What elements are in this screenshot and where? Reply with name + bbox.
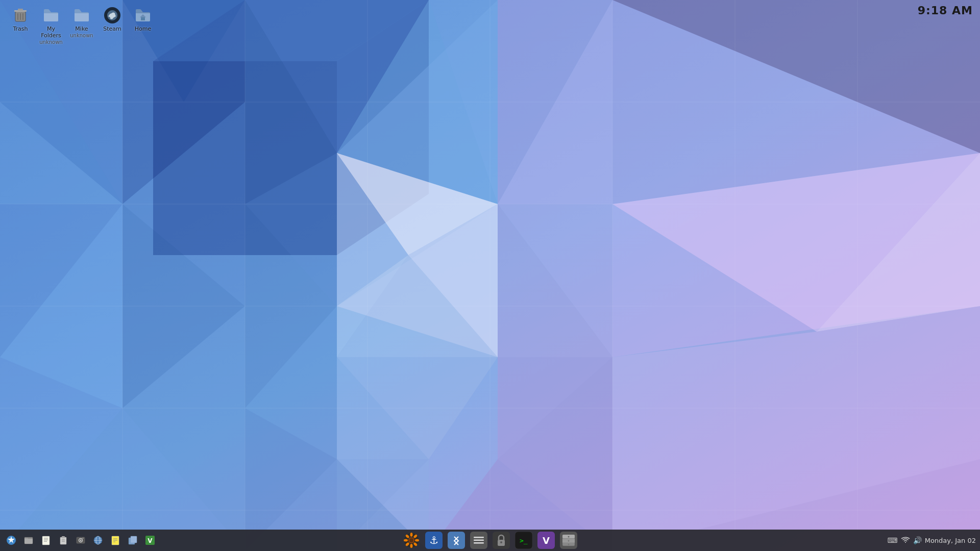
desktop-icon-home[interactable]: Home: [128, 4, 158, 48]
svg-point-125: [568, 536, 570, 538]
trash-icon: [11, 6, 30, 24]
svg-text:⚓: ⚓: [429, 534, 438, 546]
applications-menu-icon: [6, 535, 16, 545]
vim-button[interactable]: V: [142, 532, 158, 548]
home-label: Home: [135, 26, 151, 32]
files3-dock-icon[interactable]: [558, 530, 579, 550]
screenshot-icon: [76, 535, 86, 545]
svg-rect-82: [82, 538, 84, 539]
svg-point-116: [500, 541, 502, 543]
svg-rect-76: [62, 536, 65, 538]
svg-point-127: [568, 544, 570, 545]
taskbar-right: ⌨ 🔊 Monday, Jan 02: [887, 536, 976, 545]
bluetooth-icon: [448, 532, 465, 549]
network-button[interactable]: [90, 532, 106, 548]
vala-icon: V: [537, 532, 555, 549]
myfolders-label: My Foldersunknown: [39, 26, 63, 46]
desktop-icon-mike[interactable]: Mikeunknown: [66, 4, 97, 48]
steam-app-icon: [103, 6, 121, 24]
clipboard-icon: [58, 535, 68, 545]
files2-icon: [128, 535, 138, 545]
myfolders-icon: [42, 6, 60, 24]
sunflower-icon: [403, 532, 420, 549]
clipboard-button[interactable]: [55, 532, 71, 548]
svg-rect-111: [474, 537, 484, 538]
files2-button[interactable]: [125, 532, 141, 548]
text-editor-button[interactable]: [38, 532, 54, 548]
list-dock-icon[interactable]: [469, 530, 489, 550]
svg-rect-62: [18, 9, 23, 11]
files3-icon: [560, 532, 577, 549]
svg-rect-113: [474, 542, 484, 544]
vim-icon: V: [145, 535, 155, 545]
svg-point-101: [410, 544, 413, 548]
vala-dock-icon[interactable]: V: [536, 530, 556, 550]
desktop-icon-steam[interactable]: Steam: [97, 4, 128, 48]
applications-menu-button[interactable]: [3, 532, 19, 548]
file-manager-button[interactable]: [20, 532, 37, 548]
bluetooth-dock-icon[interactable]: [446, 530, 467, 550]
svg-point-99: [415, 539, 419, 542]
sunflower-dock-icon[interactable]: [401, 530, 422, 550]
home-icon: [134, 6, 152, 24]
taskbar-center: ⚓: [401, 530, 579, 550]
taskbar-datetime[interactable]: Monday, Jan 02: [925, 537, 976, 544]
svg-rect-109: [448, 532, 465, 549]
list-icon: [470, 532, 487, 549]
lock-dock-icon[interactable]: [491, 530, 511, 550]
wifi-tray-icon[interactable]: [901, 536, 910, 545]
file-manager-icon: [23, 535, 34, 545]
volume-tray-icon[interactable]: 🔊: [913, 536, 922, 544]
svg-point-81: [80, 540, 82, 541]
steam-label: Steam: [103, 26, 121, 32]
desktop-icons: Trash My Foldersunknown Mikeunknown: [5, 3, 158, 48]
mike-icon: [72, 6, 91, 24]
notes-icon: [110, 535, 120, 545]
taskbar-left: V: [0, 532, 158, 548]
svg-rect-71: [42, 536, 50, 545]
svg-point-103: [404, 539, 408, 542]
anchor-icon: ⚓: [425, 532, 443, 549]
svg-point-126: [568, 540, 570, 542]
text-editor-icon: [41, 535, 51, 545]
trash-label: Trash: [13, 26, 28, 32]
svg-point-106: [409, 538, 413, 542]
keyboard-tray-icon[interactable]: ⌨: [887, 536, 897, 544]
network-icon: [93, 535, 103, 545]
svg-text:V: V: [148, 537, 153, 544]
clock: 9:18 AM: [918, 4, 973, 17]
svg-text:V: V: [543, 535, 550, 546]
notes-button[interactable]: [107, 532, 124, 548]
svg-point-97: [410, 533, 413, 537]
mike-label: Mikeunknown: [70, 26, 93, 39]
svg-text:>_: >_: [520, 537, 528, 544]
taskbar: V: [0, 530, 980, 551]
svg-rect-112: [474, 540, 484, 541]
terminal-dock-icon[interactable]: >_: [513, 530, 534, 550]
svg-point-67: [112, 13, 115, 16]
svg-rect-75: [60, 537, 66, 544]
screenshot-button[interactable]: [72, 532, 89, 548]
lock-icon: [493, 532, 510, 549]
terminal-icon: >_: [515, 532, 532, 549]
svg-rect-93: [131, 536, 137, 543]
desktop-icon-trash[interactable]: Trash: [5, 4, 36, 48]
anchor-dock-icon[interactable]: ⚓: [424, 530, 444, 550]
desktop-icon-myfolders[interactable]: My Foldersunknown: [36, 4, 66, 48]
